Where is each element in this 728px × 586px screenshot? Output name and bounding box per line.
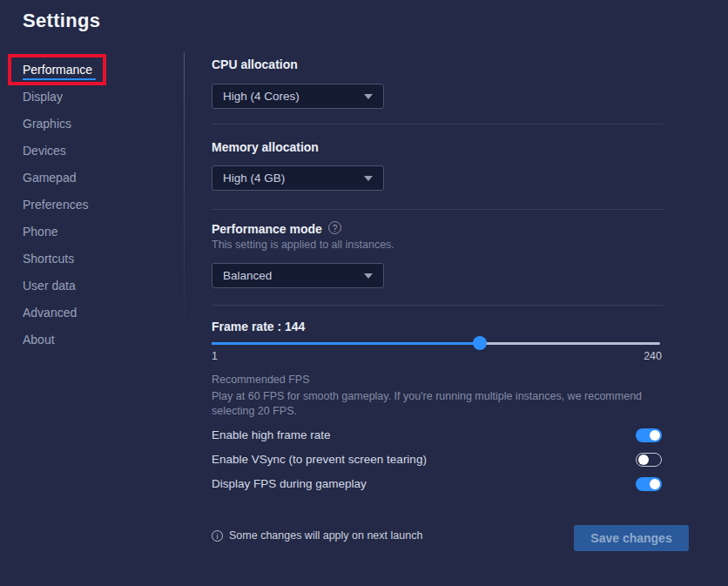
- footer-note-text: Some changes will apply on next launch: [229, 529, 422, 542]
- sidebar-item-gamepad[interactable]: Gamepad: [23, 171, 76, 186]
- frame-rate-label: Frame rate : 144: [212, 320, 305, 333]
- recommended-fps-body: Play at 60 FPS for smooth gameplay. If y…: [212, 389, 669, 419]
- section-divider: [212, 124, 664, 125]
- sidebar-divider: [184, 52, 185, 348]
- section-divider: [212, 209, 664, 210]
- toggle-label-high-frame-rate: Enable high frame rate: [212, 428, 331, 441]
- save-changes-button[interactable]: Save changes: [574, 525, 689, 551]
- memory-allocation-value: High (4 GB): [223, 172, 285, 185]
- cpu-allocation-label: CPU allocation: [212, 57, 298, 71]
- caret-down-icon: [364, 273, 373, 279]
- toggle-enable-vsync[interactable]: [636, 453, 662, 467]
- memory-allocation-dropdown[interactable]: High (4 GB): [212, 165, 384, 191]
- memory-allocation-label: Memory allocation: [212, 140, 319, 154]
- toggle-label-vsync: Enable VSync (to prevent screen tearing): [212, 453, 427, 466]
- settings-window: Settings Performance Display Graphics De…: [0, 0, 728, 586]
- sidebar-item-user-data[interactable]: User data: [23, 279, 76, 294]
- sidebar-item-about[interactable]: About: [23, 333, 55, 348]
- recommended-fps-title: Recommended FPS: [212, 374, 310, 386]
- performance-mode-subtitle: This setting is applied to all instances…: [212, 239, 394, 251]
- caret-down-icon: [364, 94, 373, 99]
- frame-rate-min-label: 1: [212, 350, 218, 362]
- frame-rate-slider-fill: [212, 342, 480, 345]
- toggle-label-display-fps: Display FPS during gameplay: [212, 477, 367, 490]
- cpu-allocation-value: High (4 Cores): [223, 90, 300, 103]
- performance-mode-dropdown[interactable]: Balanced: [212, 263, 384, 288]
- frame-rate-slider-thumb[interactable]: [473, 336, 487, 350]
- caret-down-icon: [364, 176, 373, 181]
- toggle-knob: [638, 455, 649, 465]
- sidebar-item-advanced[interactable]: Advanced: [23, 306, 77, 321]
- performance-mode-value: Balanced: [223, 269, 272, 282]
- toggle-enable-high-frame-rate[interactable]: [636, 428, 662, 442]
- sidebar-item-graphics[interactable]: Graphics: [23, 117, 71, 132]
- page-title: Settings: [23, 10, 100, 32]
- active-tab-underline: [23, 78, 96, 80]
- sidebar-item-display[interactable]: Display: [23, 90, 63, 105]
- toggle-display-fps[interactable]: [636, 477, 662, 491]
- performance-mode-label: Performance mode: [212, 222, 322, 236]
- section-divider: [212, 305, 664, 306]
- sidebar-item-phone[interactable]: Phone: [23, 225, 57, 240]
- footer-note: i Some changes will apply on next launch: [212, 529, 422, 542]
- info-icon: i: [212, 530, 223, 542]
- sidebar-item-performance[interactable]: Performance: [23, 63, 92, 78]
- sidebar-item-devices[interactable]: Devices: [23, 144, 66, 159]
- sidebar-item-shortcuts[interactable]: Shortcuts: [23, 252, 74, 267]
- cpu-allocation-dropdown[interactable]: High (4 Cores): [212, 84, 384, 109]
- toggle-knob: [650, 479, 660, 489]
- toggle-knob: [650, 430, 660, 441]
- sidebar-item-preferences[interactable]: Preferences: [23, 198, 88, 213]
- frame-rate-max-label: 240: [641, 350, 662, 362]
- help-icon[interactable]: ?: [328, 221, 341, 234]
